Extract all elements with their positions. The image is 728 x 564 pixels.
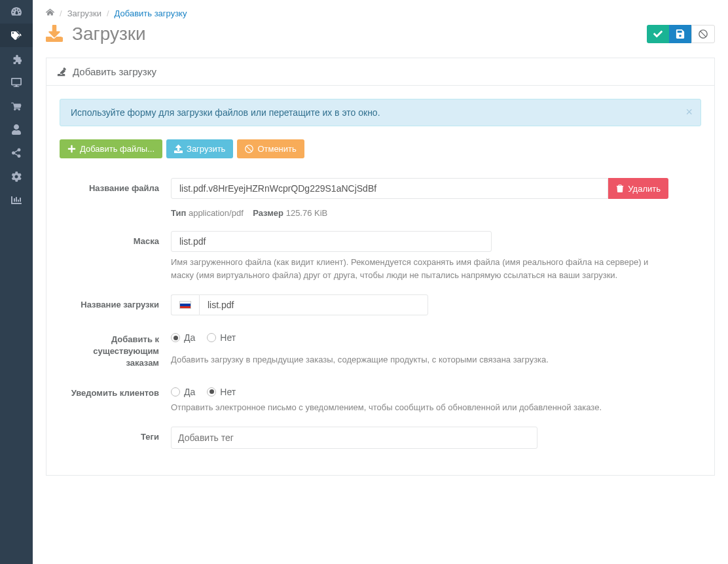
breadcrumb-parent[interactable]: Загрузки — [67, 9, 101, 18]
file-size-label: Размер — [253, 208, 283, 218]
notify-help: Отправить электронное письмо с уведомлен… — [171, 401, 668, 414]
monitor-icon — [11, 77, 22, 88]
cart-icon — [11, 101, 22, 111]
filename-row: Название файла Удалить Тип application/p… — [60, 178, 701, 218]
breadcrumb-separator: / — [107, 9, 109, 18]
file-meta: Тип application/pdf Размер 125.76 KiB — [171, 208, 668, 218]
download-name-label: Название загрузки — [60, 294, 171, 315]
sidebar-tags[interactable] — [0, 24, 33, 47]
confirm-button[interactable] — [647, 25, 669, 43]
tags-row: Теги — [60, 427, 701, 449]
add-to-orders-yes[interactable]: Да — [171, 332, 195, 343]
notify-no[interactable]: Нет — [207, 387, 236, 397]
add-to-orders-row: Добавить к существующим заказам Да Нет Д… — [60, 328, 701, 370]
check-icon — [653, 29, 663, 39]
sidebar-cart[interactable] — [0, 94, 33, 118]
header-actions — [647, 25, 715, 43]
mask-input[interactable] — [171, 231, 492, 252]
file-size-value: 125.76 KiB — [286, 208, 328, 218]
chart-icon — [11, 195, 22, 205]
cancel-label: Отменить — [257, 144, 296, 154]
cancel-upload-button[interactable]: Отменить — [237, 139, 304, 158]
cancel-button[interactable] — [691, 25, 715, 43]
panel: Добавить загрузку Используйте форму для … — [46, 58, 715, 476]
locale-flag — [171, 294, 199, 315]
upload-button[interactable]: Загрузить — [166, 139, 233, 158]
yes-label: Да — [184, 387, 195, 397]
add-to-orders-help: Добавить загрузку в предыдущие заказы, с… — [171, 353, 668, 366]
sidebar-dashboard[interactable] — [0, 0, 33, 24]
radio-icon — [171, 333, 180, 342]
alert-text: Используйте форму для загрузки файлов ил… — [71, 107, 380, 118]
filename-label: Название файла — [60, 178, 171, 218]
alert-close[interactable]: × — [685, 106, 693, 118]
home-icon — [46, 8, 54, 16]
radio-icon — [171, 387, 180, 397]
notify-row: Уведомить клиентов Да Нет Отправить элек… — [60, 383, 701, 414]
tags-icon — [11, 30, 22, 41]
flag-ru-icon — [179, 301, 191, 309]
panel-title: Добавить загрузку — [73, 66, 156, 77]
sidebar-reports[interactable] — [0, 188, 33, 212]
upload-actions: Добавить файлы... Загрузить Отменить — [60, 139, 701, 158]
sidebar-display[interactable] — [0, 71, 33, 94]
dashboard-icon — [11, 7, 22, 17]
trash-icon — [616, 185, 624, 192]
yes-label: Да — [184, 332, 195, 343]
file-type-value: application/pdf — [189, 208, 244, 218]
sidebar-user[interactable] — [0, 118, 33, 141]
breadcrumb: / Загрузки / Добавить загрузку — [46, 8, 715, 18]
share-icon — [11, 148, 22, 158]
add-to-orders-label: Добавить к существующим заказам — [60, 328, 171, 370]
tags-label: Теги — [60, 427, 171, 449]
ban-icon — [245, 145, 253, 153]
pencil-icon — [57, 67, 66, 77]
download-name-row: Название загрузки — [60, 294, 701, 315]
notify-yes[interactable]: Да — [171, 387, 195, 397]
upload-icon — [174, 145, 183, 153]
page-header: Загрузки — [46, 24, 715, 44]
ban-icon — [699, 29, 708, 39]
file-type-label: Тип — [171, 208, 186, 218]
breadcrumb-current: Добавить загрузку — [115, 9, 187, 18]
notify-label: Уведомить клиентов — [60, 383, 171, 414]
panel-header: Добавить загрузку — [46, 58, 714, 86]
delete-label: Удалить — [628, 184, 661, 194]
breadcrumb-home[interactable] — [46, 8, 54, 18]
radio-icon — [207, 333, 216, 342]
mask-row: Маска Имя загруженного файла (как видит … — [60, 231, 701, 281]
puzzle-icon — [11, 54, 22, 64]
download-name-input[interactable] — [199, 294, 428, 315]
download-icon — [46, 25, 63, 44]
sidebar-plugins[interactable] — [0, 47, 33, 71]
filename-input[interactable] — [171, 178, 608, 199]
add-files-button[interactable]: Добавить файлы... — [60, 139, 162, 158]
tags-input[interactable] — [175, 429, 533, 446]
plus-icon — [67, 145, 76, 153]
add-to-orders-no[interactable]: Нет — [207, 332, 236, 343]
save-icon — [676, 29, 685, 39]
breadcrumb-separator: / — [60, 9, 62, 18]
panel-body: Используйте форму для загрузки файлов ил… — [46, 86, 714, 475]
delete-file-button[interactable]: Удалить — [608, 178, 668, 199]
radio-icon — [207, 387, 216, 397]
no-label: Нет — [220, 387, 236, 397]
info-alert: Используйте форму для загрузки файлов ил… — [60, 99, 701, 126]
sidebar-settings[interactable] — [0, 165, 33, 188]
page-title: Загрузки — [72, 24, 146, 44]
sidebar-share[interactable] — [0, 141, 33, 165]
user-icon — [11, 124, 22, 135]
main-content: / Загрузки / Добавить загрузку Загрузки … — [33, 0, 728, 564]
add-files-label: Добавить файлы... — [80, 144, 155, 154]
sidebar — [0, 0, 33, 564]
mask-help: Имя загруженного файла (как видит клиент… — [171, 256, 668, 281]
no-label: Нет — [220, 332, 236, 343]
upload-label: Загрузить — [187, 144, 225, 154]
save-button[interactable] — [669, 25, 691, 43]
mask-label: Маска — [60, 231, 171, 281]
gear-icon — [11, 171, 22, 182]
